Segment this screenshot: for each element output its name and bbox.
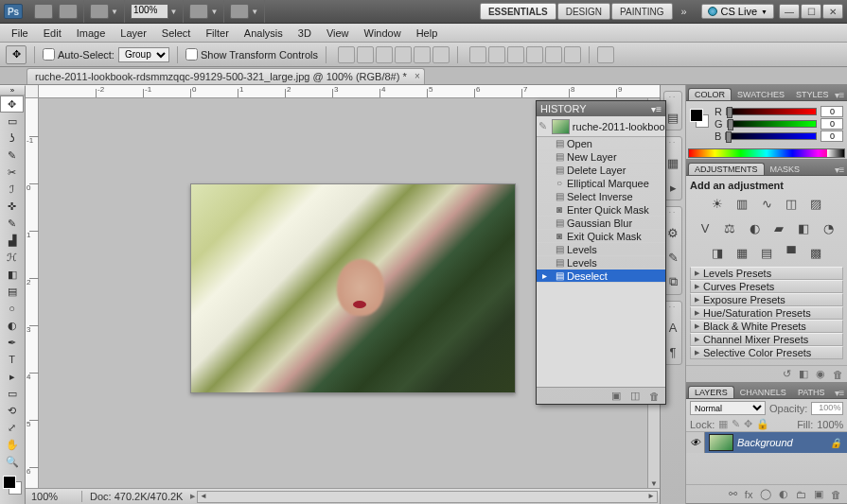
panel-menu-icon[interactable]: ▾≡ xyxy=(835,388,845,398)
tab-swatches[interactable]: SWATCHES xyxy=(732,89,790,100)
link-layers-icon[interactable]: ⚯ xyxy=(729,488,737,500)
opacity-value[interactable]: 100% xyxy=(811,402,843,415)
delete-state-icon[interactable]: 🗑 xyxy=(649,391,660,402)
adjust-footer-icon[interactable]: ↺ xyxy=(783,368,791,380)
layer-row[interactable]: 👁 Background 🔒 xyxy=(686,432,847,453)
toolbox-grip[interactable]: » xyxy=(0,86,25,96)
cs-live-button[interactable]: CS Live ▼ xyxy=(701,4,774,19)
adjustment-layer-icon[interactable]: ◐ xyxy=(779,488,788,500)
tool-presets-icon[interactable]: ⚙ xyxy=(664,224,681,241)
history-item[interactable]: ▤Delete Layer xyxy=(537,164,665,177)
eyedropper-tool[interactable]: ℐ xyxy=(0,181,24,198)
lock-pixels-icon[interactable]: ✎ xyxy=(732,418,740,430)
preset-row[interactable]: ▶Exposure Presets xyxy=(690,293,843,306)
menu-image[interactable]: Image xyxy=(69,26,114,41)
status-doc-info[interactable]: Doc: 470.2K/470.2K xyxy=(82,491,186,502)
horizontal-ruler[interactable]: -2-1012345678910 xyxy=(39,85,660,98)
align-bottom-icon[interactable] xyxy=(376,46,393,63)
view-extras-icon[interactable] xyxy=(90,4,109,19)
quick-mask-tool[interactable]: ◙ xyxy=(0,498,24,504)
brush-panel-icon[interactable]: ✎ xyxy=(664,249,681,266)
zoom-level-dropdown[interactable]: 100% xyxy=(131,4,168,19)
photo-filter-icon[interactable]: ▰ xyxy=(769,219,788,236)
new-doc-from-state-icon[interactable]: ▣ xyxy=(611,390,621,402)
trash-icon[interactable]: 🗑 xyxy=(833,369,843,380)
menu-filter[interactable]: Filter xyxy=(198,26,236,41)
lock-position-icon[interactable]: ✥ xyxy=(744,418,752,430)
delete-layer-icon[interactable]: 🗑 xyxy=(831,489,841,500)
visibility-icon[interactable]: 👁 xyxy=(686,432,705,453)
stamp-tool[interactable]: ▟ xyxy=(0,232,24,249)
mini-bridge-icon[interactable] xyxy=(59,4,78,19)
history-brush-source-icon[interactable]: ✎ xyxy=(537,120,549,132)
align-hcenter-icon[interactable] xyxy=(414,46,431,63)
brush-tool[interactable]: ✎ xyxy=(0,215,24,232)
distribute-right-icon[interactable] xyxy=(564,46,581,63)
history-item[interactable]: ▤Open xyxy=(537,137,665,150)
color-slider-r[interactable] xyxy=(726,108,817,115)
layer-thumbnail[interactable] xyxy=(709,434,733,451)
levels-icon[interactable]: ▥ xyxy=(732,195,751,212)
hand-tool[interactable]: ✋ xyxy=(0,436,24,453)
layer-mask-icon[interactable]: ◯ xyxy=(760,488,771,500)
move-tool-icon[interactable]: ✥ xyxy=(6,45,26,64)
history-item[interactable]: ○Elliptical Marquee xyxy=(537,177,665,190)
menu-select[interactable]: Select xyxy=(154,26,199,41)
distribute-top-icon[interactable] xyxy=(469,46,486,63)
preset-row[interactable]: ▶Black & White Presets xyxy=(690,320,843,333)
type-tool[interactable]: T xyxy=(0,351,24,368)
vibrance-icon[interactable]: ▨ xyxy=(806,195,825,212)
adjust-view-icon[interactable]: ◉ xyxy=(816,368,825,380)
chevron-down-icon[interactable]: ▼ xyxy=(251,8,258,16)
pen-tool[interactable]: ✒ xyxy=(0,334,24,351)
color-value-g[interactable] xyxy=(821,118,843,130)
brightness-contrast-icon[interactable]: ☀ xyxy=(708,195,727,212)
chevron-down-icon[interactable]: ▼ xyxy=(170,8,178,16)
vertical-ruler[interactable]: -10123456 xyxy=(26,98,39,488)
history-item[interactable]: ▤Levels xyxy=(537,243,665,256)
history-item[interactable]: ▤Select Inverse xyxy=(537,190,665,203)
history-panel[interactable]: HISTORY ▾≡ ✎ ruche-2011-lookbook-rds... … xyxy=(536,100,666,405)
tab-color[interactable]: COLOR xyxy=(688,88,732,100)
shape-tool[interactable]: ▭ xyxy=(0,385,24,402)
color-slider-g[interactable] xyxy=(727,120,818,128)
panel-menu-icon[interactable]: ▾≡ xyxy=(835,90,845,100)
history-item[interactable]: ◙Enter Quick Mask xyxy=(537,203,665,217)
history-item[interactable]: ▤Levels xyxy=(537,256,665,269)
ruler-origin[interactable] xyxy=(26,85,39,98)
color-swatches[interactable] xyxy=(0,474,25,498)
black-white-icon[interactable]: ◐ xyxy=(745,219,764,236)
distribute-left-icon[interactable] xyxy=(526,46,543,63)
chevron-down-icon[interactable]: ▼ xyxy=(111,8,118,16)
panel-menu-icon[interactable]: ▾≡ xyxy=(651,104,662,114)
status-zoom[interactable]: 100% xyxy=(26,491,82,502)
history-panel-icon[interactable]: ▦ xyxy=(664,154,681,171)
lock-all-icon[interactable]: 🔒 xyxy=(756,418,769,430)
threshold-icon[interactable]: ▤ xyxy=(757,244,776,261)
show-transform-checkbox[interactable]: Show Transform Controls xyxy=(185,48,318,61)
clone-source-icon[interactable]: ⧉ xyxy=(664,273,681,290)
workspace-painting[interactable]: PAINTING xyxy=(611,3,672,20)
foreground-color-icon[interactable] xyxy=(3,476,16,489)
channel-mixer-icon[interactable]: ◧ xyxy=(794,219,813,236)
preset-row[interactable]: ▶Hue/Saturation Presets xyxy=(690,306,843,320)
workspace-design[interactable]: DESIGN xyxy=(557,3,610,20)
ps-logo-icon[interactable]: Ps xyxy=(4,4,23,19)
preset-row[interactable]: ▶Channel Mixer Presets xyxy=(690,333,843,346)
menu-analysis[interactable]: Analysis xyxy=(237,26,291,41)
path-select-tool[interactable]: ▸ xyxy=(0,368,24,385)
more-workspaces-icon[interactable]: » xyxy=(674,6,695,17)
exposure-icon[interactable]: ◫ xyxy=(782,195,801,212)
history-brush-tool[interactable]: ℋ xyxy=(0,249,24,266)
blur-tool[interactable]: ○ xyxy=(0,300,24,317)
eraser-tool[interactable]: ◧ xyxy=(0,266,24,283)
color-value-r[interactable] xyxy=(821,106,843,117)
quick-select-tool[interactable]: ✎ xyxy=(0,147,24,164)
status-menu-icon[interactable]: ▶ xyxy=(190,493,195,500)
lock-transparent-icon[interactable]: ▦ xyxy=(718,418,728,430)
align-left-icon[interactable] xyxy=(395,46,412,63)
tab-masks[interactable]: MASKS xyxy=(765,164,806,175)
color-value-b[interactable] xyxy=(821,130,843,142)
auto-select-checkbox[interactable]: Auto-Select: xyxy=(43,48,115,61)
color-slider-b[interactable] xyxy=(725,132,817,140)
